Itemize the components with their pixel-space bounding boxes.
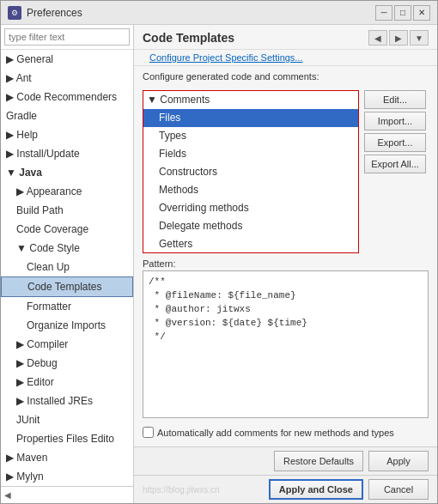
watermark: https://blog.jitwxs.cn bbox=[143, 483, 219, 496]
nav-back-button[interactable]: ◀ bbox=[368, 30, 387, 46]
sidebar-item-formatter[interactable]: Formatter bbox=[1, 297, 133, 316]
template-tree: ▼ Comments Files Types Fields Constructo… bbox=[143, 90, 359, 253]
template-item-constructors[interactable]: Constructors bbox=[143, 163, 358, 181]
configure-project-link[interactable]: Configure Project Specific Settings... bbox=[143, 51, 310, 64]
main-content: ▶ General▶ Ant▶ Code Recommenders Gradle… bbox=[1, 25, 437, 503]
sidebar-bottom: ◀ bbox=[1, 486, 133, 503]
template-item-comments[interactable]: ▼ Comments bbox=[143, 91, 358, 109]
minimize-button[interactable]: ─ bbox=[375, 5, 392, 21]
export-button[interactable]: Export... bbox=[364, 133, 426, 152]
sidebar-item-general[interactable]: ▶ General bbox=[1, 50, 133, 69]
template-item-types[interactable]: Types bbox=[143, 127, 358, 145]
export-all-button[interactable]: Export All... bbox=[364, 155, 426, 173]
sidebar-item-clean-up[interactable]: Clean Up bbox=[1, 258, 133, 276]
lower-buttons: Restore Defaults Apply bbox=[134, 446, 437, 475]
sidebar-item-code-recommenders[interactable]: ▶ Code Recommenders bbox=[1, 88, 133, 106]
nav-menu-button[interactable]: ▼ bbox=[410, 30, 429, 46]
sidebar-item-debug[interactable]: ▶ Debug bbox=[1, 354, 133, 373]
action-buttons: Edit... Import... Export... Export All..… bbox=[364, 90, 429, 253]
sidebar-item-installed-jres[interactable]: ▶ Installed JREs bbox=[1, 392, 133, 410]
footer-bar: https://blog.jitwxs.cn Apply and Close C… bbox=[134, 475, 437, 503]
scroll-left-icon[interactable]: ◀ bbox=[4, 490, 11, 500]
sidebar-item-compiler[interactable]: ▶ Compiler bbox=[1, 335, 133, 354]
pattern-content[interactable]: /** * @fileName: ${file_name} * @author:… bbox=[143, 270, 429, 418]
checkbox-row: Automatically add comments for new metho… bbox=[143, 423, 429, 441]
app-icon: ⚙ bbox=[8, 6, 21, 20]
titlebar-title: Preferences bbox=[27, 7, 82, 19]
section-description: Configure generated code and comments: bbox=[143, 71, 429, 82]
titlebar-controls: ─ □ ✕ bbox=[375, 5, 430, 21]
sidebar: ▶ General▶ Ant▶ Code Recommenders Gradle… bbox=[1, 25, 134, 503]
template-item-methods[interactable]: Methods bbox=[143, 181, 358, 199]
auto-comments-checkbox[interactable] bbox=[143, 427, 154, 438]
import-button[interactable]: Import... bbox=[364, 112, 426, 131]
template-item-overriding-methods[interactable]: Overriding methods bbox=[143, 199, 358, 217]
sidebar-tree: ▶ General▶ Ant▶ Code Recommenders Gradle… bbox=[1, 50, 133, 486]
main-header: Code Templates ◀ ▶ ▼ bbox=[134, 25, 437, 50]
sidebar-item-organize-imports[interactable]: Organize Imports bbox=[1, 316, 133, 335]
panel-title: Code Templates bbox=[143, 31, 234, 45]
sidebar-item-ant[interactable]: ▶ Ant bbox=[1, 69, 133, 88]
sidebar-item-install-update[interactable]: ▶ Install/Update bbox=[1, 144, 133, 163]
sidebar-item-mylyn[interactable]: ▶ Mylyn bbox=[1, 467, 133, 486]
template-item-getters[interactable]: Getters bbox=[143, 235, 358, 253]
sidebar-item-code-coverage[interactable]: Code Coverage bbox=[1, 220, 133, 239]
apply-and-close-button[interactable]: Apply and Close bbox=[269, 479, 363, 500]
sidebar-item-java[interactable]: ▼ Java bbox=[1, 163, 133, 182]
pattern-section: Pattern: /** * @fileName: ${file_name} *… bbox=[143, 258, 429, 418]
sidebar-item-build-path[interactable]: Build Path bbox=[1, 201, 133, 220]
sidebar-item-help[interactable]: ▶ Help bbox=[1, 125, 133, 144]
apply-button[interactable]: Apply bbox=[368, 451, 429, 471]
preferences-window: ⚙ Preferences ─ □ ✕ ▶ General▶ Ant▶ Code… bbox=[0, 0, 438, 504]
cancel-button[interactable]: Cancel bbox=[368, 479, 429, 500]
footer-buttons: Apply and Close Cancel bbox=[269, 479, 429, 500]
template-item-delegate-methods[interactable]: Delegate methods bbox=[143, 217, 358, 235]
filter-input[interactable] bbox=[4, 28, 130, 46]
main-panel: Code Templates ◀ ▶ ▼ Configure Project S… bbox=[134, 25, 437, 503]
maximize-button[interactable]: □ bbox=[394, 5, 411, 21]
template-item-fields[interactable]: Fields bbox=[143, 145, 358, 163]
sidebar-item-editor[interactable]: ▶ Editor bbox=[1, 373, 133, 392]
main-body: Configure generated code and comments: ▼… bbox=[134, 66, 437, 446]
sidebar-filter-area bbox=[1, 25, 133, 50]
sidebar-item-junit[interactable]: JUnit bbox=[1, 410, 133, 429]
sidebar-item-code-style[interactable]: ▼ Code Style bbox=[1, 239, 133, 258]
sidebar-item-properties-files-editor[interactable]: Properties Files Edito bbox=[1, 429, 133, 448]
close-button[interactable]: ✕ bbox=[413, 5, 430, 21]
titlebar: ⚙ Preferences ─ □ ✕ bbox=[1, 1, 437, 25]
pattern-label: Pattern: bbox=[143, 258, 429, 269]
sidebar-item-maven[interactable]: ▶ Maven bbox=[1, 448, 133, 467]
header-nav: ◀ ▶ ▼ bbox=[368, 30, 429, 46]
template-item-files[interactable]: Files bbox=[143, 109, 358, 127]
edit-button[interactable]: Edit... bbox=[364, 90, 426, 109]
nav-forward-button[interactable]: ▶ bbox=[389, 30, 408, 46]
sidebar-item-gradle[interactable]: Gradle bbox=[1, 106, 133, 125]
checkbox-label: Automatically add comments for new metho… bbox=[157, 428, 394, 438]
sidebar-item-code-templates[interactable]: Code Templates bbox=[1, 276, 133, 297]
titlebar-left: ⚙ Preferences bbox=[8, 6, 82, 20]
restore-defaults-button[interactable]: Restore Defaults bbox=[274, 451, 363, 471]
sidebar-item-appearance[interactable]: ▶ Appearance bbox=[1, 182, 133, 201]
